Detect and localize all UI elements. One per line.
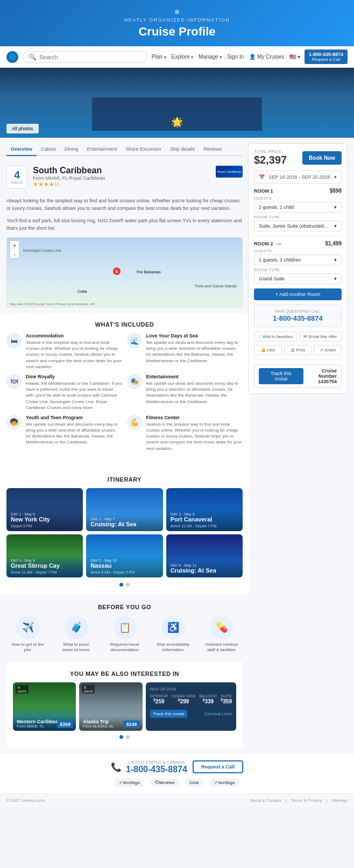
dot-1[interactable] [119,583,123,587]
interior-label: INTERIOR [150,694,168,698]
all-photos-button[interactable]: All photos [6,124,39,133]
email-icon: ✉ [303,334,307,339]
itinerary-grid: DAY 1 - May 6 New York City Depart 5 PM … [6,488,243,577]
itinerary-card-3[interactable]: DAY 3 - May 8 Port Canaveral Arrive 11 A… [166,488,243,531]
nav-plan[interactable]: Plan ▾ [152,54,166,60]
nav-explore[interactable]: Explore ▾ [172,54,194,60]
calendar-icon: 📅 [259,174,265,180]
room-2-label: ROOM 2 — [254,241,281,246]
footer-terms-link[interactable]: Terms & Privacy [291,798,322,803]
dot-2[interactable] [126,583,130,587]
before-go-pier[interactable]: ✈️ How to get to the pier [9,616,47,653]
share-button[interactable]: ↗ Share [314,345,342,355]
before-go-pack[interactable]: 🧳 What to pack/ leave at home [58,616,95,653]
itin-name-3: Port Canaveral [171,516,238,523]
nav-mycruises[interactable]: 👤 My Cruises [249,54,284,60]
room-1-guests-select[interactable]: 2 guests, 1 child ▾ [254,202,342,213]
days-number: 4 [11,170,23,180]
dine-icon: 🍽 [6,374,22,389]
tab-overview[interactable]: Overview [6,143,37,156]
itinerary-card-5[interactable]: DAY 5 - May 10 Nassau Arrive 8 AM - Depa… [86,534,162,577]
before-go-section: BEFORE YOU GO ✈️ How to get to the pier … [6,595,243,662]
trust-logos: ✓VeriSign 🛡McAfee CUA ✓VeriSign [6,779,348,787]
also-card-2[interactable]: 6DAYS Alaska Trip From ALASKA, AL $249 [79,682,142,731]
print-button[interactable]: 🖨 Print [284,345,312,355]
itinerary-card-4[interactable]: DAY 4 - May 9 Great Stirrup Cay Arrive 1… [6,534,83,577]
like-button[interactable]: 👍 Like [254,345,282,355]
itin-name-4: Great Stirrup Cay [11,562,79,569]
before-go-access[interactable]: ♿ Ship accessibility information [154,616,192,653]
tab-cabins[interactable]: Cabins [37,143,60,155]
room-2-type-select[interactable]: Grand Suite ▾ [254,273,342,284]
itinerary-section: ITINERARY DAY 1 - May 6 New York City De… [0,468,249,595]
before-go-icons: ✈️ How to get to the pier 🧳 What to pack… [6,616,243,653]
cruise-logo-img: Royal Caribbean [216,166,243,178]
nav-phone[interactable]: 1-800-435-8874 Request a Call [305,50,348,64]
map-zoom-controls: + - [10,241,19,259]
itinerary-card-6[interactable]: DAY 6 - May 11 Cruising: At Sea [166,534,243,577]
tab-entertainment[interactable]: Entertainment [83,143,122,155]
thumbs-icon: 👍 [260,348,266,352]
add-favorites-button[interactable]: ♡ Add to favorites [254,331,297,342]
itinerary-card-2[interactable]: DAY 2 - May 7 Cruising: At Sea [86,488,162,531]
map-bahamas-label: The Bahamas [136,270,161,274]
itinerary-title: ITINERARY [6,476,243,483]
room-2-remove[interactable]: — [277,241,281,246]
accommodation-title: Accommodation [26,333,123,338]
accommodation-icon: 🛏 [6,333,22,348]
before-go-title: BEFORE YOU GO [6,604,243,610]
cruise-number-value: 1435754 [303,379,337,384]
room-1-header: ROOM 1 $898 [254,188,342,194]
cruise-number-block: Cruise Number 1435754 [303,368,337,384]
footer-about-link[interactable]: About & Contact [250,798,281,803]
map-cuba-label: Cuba [77,290,87,293]
itin-name-1: New York City [11,516,79,523]
youth-title: Youth and Teen Program [26,415,123,420]
trust-cua: CUA [186,779,203,787]
pack-label: What to pack/ leave at home [58,642,95,653]
docs-label: Required travel documentation [106,642,144,653]
also-dot-2[interactable] [126,735,130,739]
main-container: Overview Cabins Dining Entertainment Sho… [0,138,354,753]
tab-dining[interactable]: Dining [60,143,83,155]
nav-flag[interactable]: 🇺🇸 ▾ [289,54,300,60]
room-1-type-select[interactable]: Suite, Junior Suite (obstructed... ▾ [254,221,342,231]
whats-included-section: WHAT'S INCLUDED 🛏 Accommodation Seahub i… [0,314,249,468]
room-2-guests-select[interactable]: 1 guests, 2 children ▾ [254,255,342,265]
before-go-docs[interactable]: 📋 Required travel documentation [106,616,144,653]
add-room-button[interactable]: + Add Another Room [254,288,342,300]
left-column: Overview Cabins Dining Entertainment Sho… [6,143,243,747]
map-pin: 8 [113,267,121,275]
tab-reviews[interactable]: Reviews [199,143,226,155]
sea-text: We update our deals and discounts every … [146,340,243,364]
date-bar[interactable]: 📅 SEP 16 2018 - SEP 20 2018 ▾ [254,171,342,184]
pricing-table: INTERIOR $259 OCEAN VIEW $299 BALCONY $3… [150,694,232,704]
docs-icon: 📋 [113,616,137,639]
date-range: SEP 16 2018 - SEP 20 2018 [269,174,330,180]
also-track-button[interactable]: Track this cruise [150,710,188,718]
tab-ship[interactable]: Ship details [166,143,200,155]
itin-time-3: Arrive 11 AM - Depart 7 PM [171,524,238,528]
itinerary-card-1[interactable]: DAY 1 - May 6 New York City Depart 5 PM [6,488,83,531]
room-1-section: ROOM 1 $898 GUESTS 2 guests, 1 child ▾ R… [254,188,342,231]
also-title: YOU MAY BE ALSO INTERESTED IN [13,671,236,677]
map-zoom-in[interactable]: + [10,241,19,250]
nav-manage[interactable]: Manage ▾ [199,54,222,60]
before-go-medical[interactable]: 💊 Onboard medical staff & facilities [203,616,240,653]
footer-sitemap-link[interactable]: Sitemap [332,798,348,803]
also-dot-1[interactable] [119,735,123,739]
balcony-label: BALCONY [199,694,217,698]
youth-text: We update our deals and discounts every … [26,421,123,446]
track-cruise-button[interactable]: Track this cruise [259,368,303,384]
also-card-1[interactable]: 4DAYS Western Caribbean From MIAMI, FL $… [13,682,76,731]
nav-signin[interactable]: Sign In [227,54,244,60]
book-now-button[interactable]: Book Now [302,151,342,165]
also-price-2: $249 [124,721,140,728]
share-actions-row: 👍 Like 🖨 Print ↗ Share [254,345,342,355]
request-call-button[interactable]: Request a Call [193,760,243,773]
search-input[interactable] [39,54,141,60]
tab-shore[interactable]: Shore Excursion [122,143,166,155]
included-grid: 🛏 Accommodation Seahub is the simplest w… [6,333,243,451]
map-zoom-out[interactable]: - [10,250,19,258]
email-offer-button[interactable]: ✉ Email this offer [299,331,342,342]
